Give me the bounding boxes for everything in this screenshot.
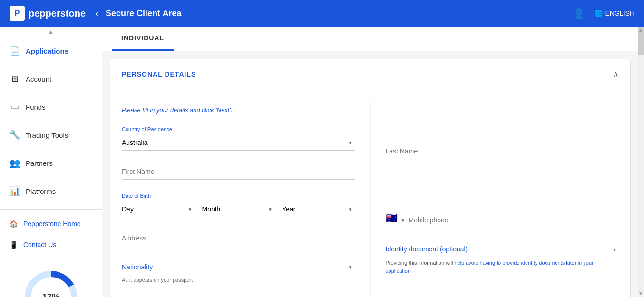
sidebar-item-label: Account	[26, 75, 51, 83]
header-title: Secure Client Area	[106, 9, 573, 19]
nationality-hint: As it appears on your passport	[122, 277, 355, 283]
last-name-input[interactable]	[386, 144, 619, 159]
first-name-field-group	[122, 164, 355, 180]
funds-icon: ▭	[10, 102, 20, 112]
tab-bar: INDIVIDUAL	[102, 27, 638, 51]
home-icon: 🏠	[10, 220, 18, 228]
year-select[interactable]: Year 200019901980	[282, 201, 355, 217]
year-select-wrapper: Year 200019901980	[282, 201, 355, 217]
logo-text: pepperstone	[29, 8, 86, 19]
user-icon[interactable]: 👤	[573, 8, 585, 19]
identity-field-group: Identity document (optional) Passport Dr…	[386, 241, 619, 275]
header-right: 👤 🌐 ENGLISH	[573, 8, 634, 19]
home-label: Pepperstone Home	[23, 220, 81, 228]
mobile-input[interactable]	[409, 216, 619, 224]
section-toggle-button[interactable]: ∧	[613, 69, 619, 79]
form-container: PERSONAL DETAILS ∧ Please fill in your d…	[110, 59, 631, 297]
sidebar-item-label: Funds	[26, 103, 46, 111]
form-left: Please fill in your details and click 'N…	[122, 101, 371, 296]
back-button[interactable]: ‹	[95, 9, 98, 19]
identity-select[interactable]: Identity document (optional) Passport Dr…	[386, 241, 619, 257]
sidebar-item-account[interactable]: ⊞ Account	[0, 65, 102, 93]
month-select-wrapper: Month JanuaryFebruaryMarch	[202, 201, 275, 217]
dob-spacer	[386, 172, 619, 212]
dob-label: Date of Birth	[122, 193, 355, 199]
address-input[interactable]	[122, 230, 355, 246]
sidebar-item-contact[interactable]: 📱 Contact Us	[0, 234, 102, 255]
identity-hint: Providing this information will help avo…	[386, 259, 619, 275]
sidebar-item-label: Partners	[26, 159, 53, 167]
phone-row: 🇦🇺 ▾	[386, 212, 619, 228]
header: P pepperstone ‹ Secure Client Area 👤 🌐 E…	[0, 0, 644, 27]
progress-circle: 17%	[25, 271, 77, 297]
sidebar-item-applications[interactable]: 📄 Applications	[0, 37, 102, 65]
right-scrollbar[interactable]: ▲ ▼	[638, 27, 644, 297]
dob-field-group: Date of Birth Day 123 Month	[122, 193, 355, 217]
sidebar-divider-2	[0, 259, 102, 259]
sidebar-item-label: Platforms	[26, 187, 56, 195]
sidebar-item-platforms[interactable]: 📊 Platforms	[0, 177, 102, 205]
dob-row: Day 123 Month JanuaryFebruaryMarch	[122, 201, 355, 217]
flag-icon: 🇦🇺	[386, 212, 398, 224]
day-select[interactable]: Day 123	[122, 201, 195, 217]
progress-value: 17%	[31, 277, 71, 297]
progress-section: 17%	[0, 263, 102, 297]
identity-select-wrapper: Identity document (optional) Passport Dr…	[386, 241, 619, 257]
account-icon: ⊞	[10, 74, 20, 84]
contact-icon: 📱	[10, 241, 18, 249]
country-field-group: Country of Residence Australia United Ki…	[122, 126, 355, 151]
contact-label: Contact Us	[23, 241, 56, 249]
nationality-select[interactable]: Nationality Australian British	[122, 259, 355, 275]
sidebar-item-home[interactable]: 🏠 Pepperstone Home	[0, 213, 102, 234]
mobile-field-group: 🇦🇺 ▾	[386, 212, 619, 228]
language-label: ENGLISH	[605, 10, 634, 17]
logo-icon: P	[10, 6, 25, 21]
month-select[interactable]: Month JanuaryFebruaryMarch	[202, 201, 275, 217]
scroll-top-arrow[interactable]: ▲	[637, 27, 644, 34]
partners-icon: 👥	[10, 158, 20, 168]
tab-individual[interactable]: INDIVIDUAL	[112, 27, 174, 51]
sidebar-item-label: Trading Tools	[26, 131, 68, 139]
platforms-icon: 📊	[10, 186, 20, 196]
language-selector[interactable]: 🌐 ENGLISH	[595, 10, 634, 17]
section-title: PERSONAL DETAILS	[122, 70, 196, 78]
globe-icon: 🌐	[595, 10, 603, 17]
form-instruction: Please fill in your details and click 'N…	[122, 105, 355, 115]
form-right: 🇦🇺 ▾ Identity document (optional) Passpo…	[371, 101, 619, 296]
scroll-up-indicator: ▲	[0, 27, 102, 37]
form-body: Please fill in your details and click 'N…	[110, 89, 630, 297]
sidebar-divider	[0, 209, 102, 210]
flag-dropdown-arrow[interactable]: ▾	[401, 217, 405, 224]
country-select[interactable]: Australia United Kingdom United States	[122, 135, 355, 151]
nationality-field-group: Nationality Australian British As it app…	[122, 259, 355, 283]
day-select-wrapper: Day 123	[122, 201, 195, 217]
first-name-input[interactable]	[122, 164, 355, 180]
trading-tools-icon: 🔧	[10, 130, 20, 140]
address-field-group	[122, 230, 355, 246]
sidebar-item-partners[interactable]: 👥 Partners	[0, 149, 102, 177]
main-content: INDIVIDUAL PERSONAL DETAILS ∧ Please fil…	[102, 27, 638, 297]
section-header: PERSONAL DETAILS ∧	[110, 59, 630, 89]
country-label: Country of Residence	[122, 126, 355, 132]
country-select-wrapper: Australia United Kingdom United States	[122, 135, 355, 151]
sidebar-item-funds[interactable]: ▭ Funds	[0, 93, 102, 121]
sidebar: ▲ 📄 Applications ⊞ Account ▭ Funds 🔧 Tra…	[0, 27, 102, 297]
sidebar-item-label: Applications	[26, 47, 68, 55]
scroll-bottom-arrow[interactable]: ▼	[637, 290, 644, 297]
nationality-select-wrapper: Nationality Australian British	[122, 259, 355, 275]
last-name-field-group	[386, 144, 619, 159]
main-layout: ▲ 📄 Applications ⊞ Account ▭ Funds 🔧 Tra…	[0, 27, 644, 297]
identity-hint-highlight: help avoid having to provide identity do…	[386, 260, 594, 274]
logo: P pepperstone	[10, 6, 86, 21]
applications-icon: 📄	[10, 46, 20, 56]
sidebar-item-trading-tools[interactable]: 🔧 Trading Tools	[0, 121, 102, 149]
